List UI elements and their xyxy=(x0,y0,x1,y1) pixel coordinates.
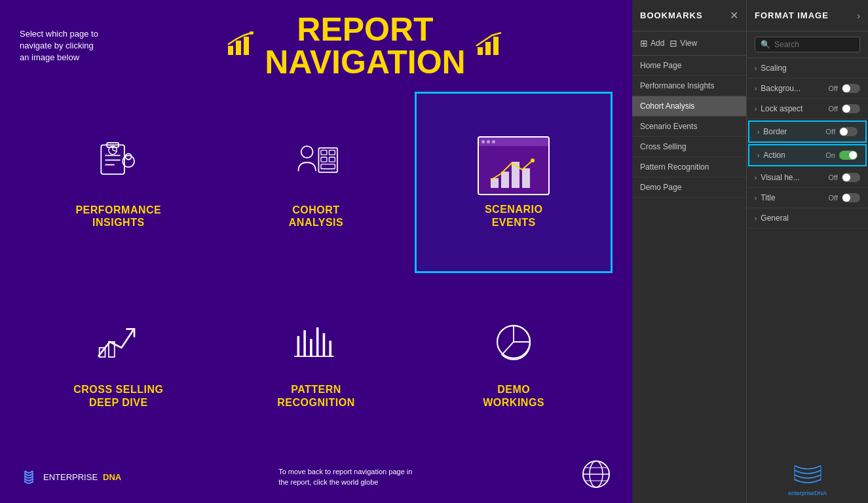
svg-rect-0 xyxy=(228,46,233,55)
title-chevron: › xyxy=(755,195,757,202)
svg-point-13 xyxy=(125,153,131,159)
visual-header-chevron: › xyxy=(755,174,757,181)
nav-item-performance-insights[interactable]: PERFORMANCEINSIGHTS xyxy=(20,92,217,273)
bookmark-item-performance[interactable]: Performance Insights xyxy=(632,76,746,96)
nav-item-cohort-analysis[interactable]: COHORTANALYSIS xyxy=(217,92,415,273)
right-panels: BOOKMARKS ✕ ⊞ Add ⊟ View Home Page Perfo… xyxy=(632,0,868,503)
format-image-panel: FORMAT IMAGE › 🔍 › Scaling › Backgrou. xyxy=(747,0,868,503)
title-area: REPORTNAVIGATION xyxy=(118,13,613,79)
bookmarks-view-button[interactable]: ⊟ View xyxy=(670,38,697,48)
format-border-row[interactable]: › Border Off xyxy=(748,121,867,143)
title-toggle[interactable] xyxy=(842,193,860,202)
demo-workings-label: DEMOWORKINGS xyxy=(483,383,544,408)
background-chevron: › xyxy=(755,85,757,92)
svg-rect-20 xyxy=(330,150,335,155)
search-box: 🔍 xyxy=(755,37,860,52)
svg-rect-1 xyxy=(236,41,241,55)
format-expand-button[interactable]: › xyxy=(857,10,860,21)
bookmarks-close-button[interactable]: ✕ xyxy=(730,10,738,21)
general-chevron: › xyxy=(755,215,757,222)
bookmarks-title: BOOKMARKS xyxy=(640,10,703,20)
dna-logo-icon xyxy=(20,468,38,487)
border-value: Off xyxy=(826,128,835,136)
format-background-row[interactable]: › Backgrou... Off xyxy=(747,79,868,99)
background-toggle[interactable] xyxy=(842,84,860,93)
action-label: Action xyxy=(763,151,785,160)
svg-rect-27 xyxy=(522,168,530,188)
bookmark-item-home[interactable]: Home Page xyxy=(632,56,746,76)
svg-rect-19 xyxy=(321,150,327,155)
pattern-recognition-label: PATTERNRECOGNITION xyxy=(277,383,354,408)
svg-point-28 xyxy=(531,158,535,162)
format-visual-header-row[interactable]: › Visual he... Off xyxy=(747,168,868,188)
bookmark-item-pattern[interactable]: Pattern Recognition xyxy=(632,157,746,177)
footer-area: ENTERPRISE DNA To move back to report na… xyxy=(0,451,632,503)
title-value: Off xyxy=(829,194,838,202)
svg-rect-25 xyxy=(501,172,509,188)
nav-item-cross-selling[interactable]: CROSS SELLINGDEEP DIVE xyxy=(20,273,217,451)
lock-aspect-toggle[interactable] xyxy=(842,104,860,113)
header-chart-icon-left xyxy=(227,31,258,60)
general-label: General xyxy=(761,214,789,223)
select-instruction: Select which page to navigate by clickin… xyxy=(20,28,105,64)
svg-rect-5 xyxy=(485,42,491,55)
scenario-events-screenshot xyxy=(478,136,550,195)
main-canvas: Select which page to navigate by clickin… xyxy=(0,0,632,503)
action-value: On xyxy=(825,151,835,159)
bookmarks-list: Home Page Performance Insights Cohort An… xyxy=(632,56,746,503)
border-toggle[interactable] xyxy=(839,127,858,136)
bookmark-item-cross-selling[interactable]: Cross Selling xyxy=(632,137,746,157)
bookmarks-actions: ⊞ Add ⊟ View xyxy=(632,31,746,56)
bookmark-item-scenario[interactable]: Scenario Events xyxy=(632,117,746,137)
svg-rect-2 xyxy=(244,37,249,55)
dna-cursor-label: enterpriseDNA xyxy=(753,490,861,496)
action-toggle[interactable] xyxy=(839,151,858,160)
border-chevron: › xyxy=(757,128,759,136)
format-scaling-row[interactable]: › Scaling xyxy=(747,58,868,79)
format-action-row[interactable]: › Action On xyxy=(748,144,867,166)
dna-cursor-decoration: enterpriseDNA xyxy=(747,456,868,503)
svg-rect-6 xyxy=(493,37,499,55)
background-value: Off xyxy=(829,84,838,92)
svg-rect-4 xyxy=(478,47,483,55)
performance-insights-label: PERFORMANCEINSIGHTS xyxy=(75,204,161,229)
svg-rect-22 xyxy=(330,157,335,162)
nav-grid: PERFORMANCEINSIGHTS xyxy=(0,85,632,451)
bookmarks-panel: BOOKMARKS ✕ ⊞ Add ⊟ View Home Page Perfo… xyxy=(632,0,747,503)
report-nav-title: REPORTNAVIGATION xyxy=(265,13,465,79)
visual-header-toggle[interactable] xyxy=(842,173,860,182)
nav-item-pattern-recognition[interactable]: PATTERNRECOGNITION xyxy=(217,273,415,451)
globe-icon[interactable] xyxy=(580,458,613,496)
scaling-chevron: › xyxy=(755,65,757,72)
lock-aspect-chevron: › xyxy=(755,105,757,113)
add-label: Add xyxy=(651,39,664,48)
format-general-row[interactable]: › General xyxy=(747,208,868,229)
bookmarks-add-button[interactable]: ⊞ Add xyxy=(640,38,664,48)
nav-item-demo-workings[interactable]: DEMOWORKINGS xyxy=(415,273,613,451)
cohort-analysis-label: COHORTANALYSIS xyxy=(289,204,343,229)
format-title-row[interactable]: › Title Off xyxy=(747,188,868,208)
format-image-header: FORMAT IMAGE › xyxy=(747,0,868,31)
bookmark-item-demo[interactable]: Demo Page xyxy=(632,177,746,198)
cohort-analysis-icon xyxy=(290,136,342,196)
view-label: View xyxy=(680,39,697,48)
performance-insights-icon xyxy=(92,136,145,196)
visual-header-label: Visual he... xyxy=(761,173,799,182)
format-options-list: › Scaling › Backgrou... Off xyxy=(747,58,868,456)
background-label: Backgrou... xyxy=(761,84,801,93)
header-area: Select which page to navigate by clickin… xyxy=(0,0,632,85)
add-icon: ⊞ xyxy=(640,38,648,48)
nav-item-scenario-events[interactable]: SCENARIOEVENTS xyxy=(415,92,613,273)
search-icon: 🔍 xyxy=(761,40,770,49)
format-lock-aspect-row[interactable]: › Lock aspect Off xyxy=(747,99,868,119)
format-search-area: 🔍 xyxy=(747,31,868,58)
title-option-label: Title xyxy=(761,193,775,202)
bookmark-item-cohort[interactable]: Cohort Analysis xyxy=(632,96,746,117)
enterprise-text: ENTERPRISE xyxy=(43,472,98,482)
bookmarks-header: BOOKMARKS ✕ xyxy=(632,0,746,31)
demo-workings-icon xyxy=(487,316,540,375)
search-input[interactable] xyxy=(774,40,854,49)
scaling-label: Scaling xyxy=(761,64,786,73)
svg-line-16 xyxy=(113,150,117,151)
cross-selling-label: CROSS SELLINGDEEP DIVE xyxy=(73,383,163,408)
